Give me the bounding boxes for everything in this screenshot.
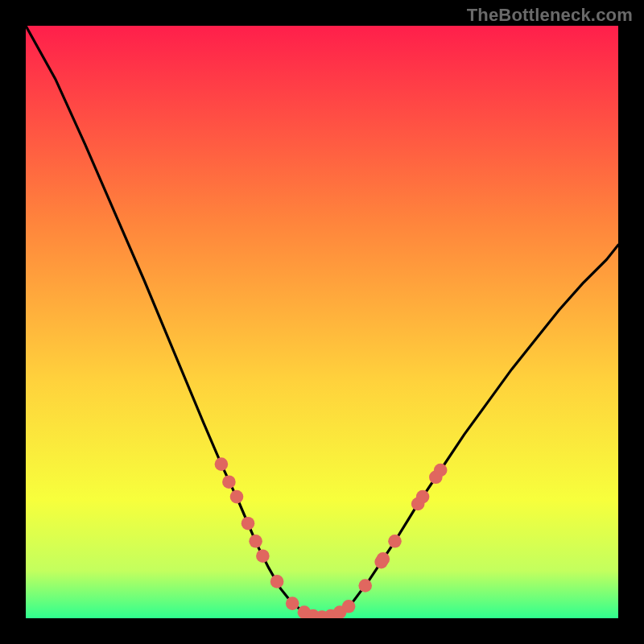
data-point (342, 600, 356, 613)
data-point (249, 535, 262, 548)
data-point (388, 535, 402, 548)
data-point (242, 517, 255, 530)
data-point (358, 579, 372, 592)
bottleneck-chart (26, 26, 618, 618)
gradient-bg (26, 26, 618, 618)
watermark-text: TheBottleneck.com (467, 5, 633, 26)
data-point (286, 597, 299, 610)
data-point (416, 490, 430, 504)
data-point (270, 575, 284, 588)
data-point (434, 464, 448, 477)
plot-area (26, 26, 618, 618)
data-point (377, 552, 390, 566)
data-point (215, 457, 229, 471)
data-point (222, 475, 236, 489)
data-point (256, 549, 270, 563)
data-point (230, 490, 244, 504)
chart-frame: TheBottleneck.com (0, 0, 644, 644)
